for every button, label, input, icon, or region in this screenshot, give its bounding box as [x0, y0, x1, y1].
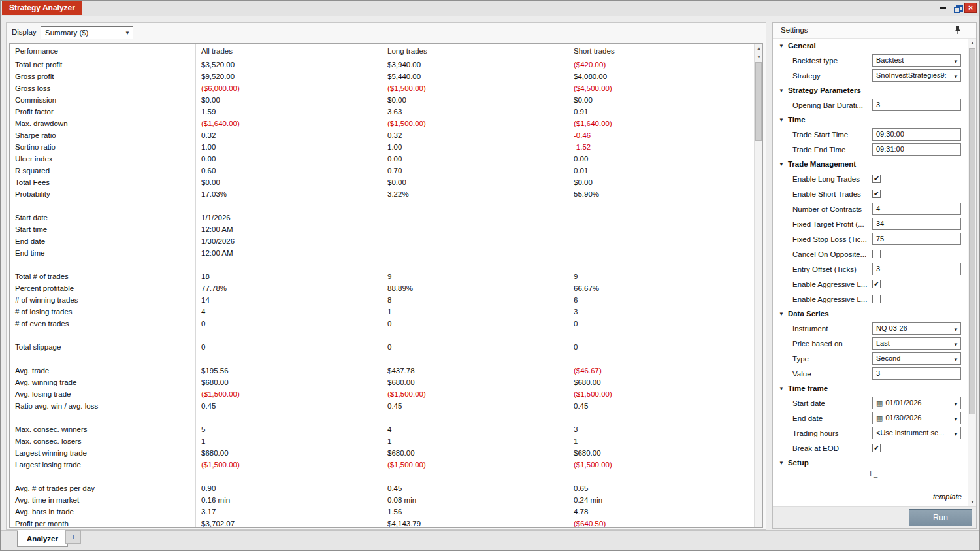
table-row[interactable]: Gross loss($6,000.00)($1,500.00)($4,500.… [10, 83, 754, 95]
table-row[interactable]: Avg. trade$195.56$437.78($46.67) [10, 365, 754, 377]
setting-dropdown[interactable]: Backtest▼ [872, 54, 961, 67]
settings-scrollbar-thumb[interactable] [969, 48, 975, 414]
table-row[interactable]: Percent profitable77.78%88.89%66.67% [10, 283, 754, 295]
table-row[interactable]: Ulcer index0.000.000.00 [10, 154, 754, 165]
table-row[interactable]: Start date1/1/2026 [10, 212, 754, 224]
settings-section-strategy-parameters[interactable]: ▼Strategy Parameters [773, 83, 967, 97]
table-row[interactable]: End date1/30/2026 [10, 236, 754, 248]
column-header-long-trades[interactable]: Long trades [382, 44, 568, 59]
table-row[interactable]: Gross profit$9,520.00$5,440.00$4,080.00 [10, 71, 754, 83]
column-header-performance[interactable]: Performance [10, 44, 196, 59]
table-row[interactable]: # of winning trades1486 [10, 295, 754, 307]
setting-input[interactable]: 09:30:00 [872, 128, 961, 141]
display-dropdown[interactable]: Summary ($) ▼ [41, 26, 133, 39]
settings-section-setup[interactable]: ▼Setup [773, 456, 967, 470]
setting-dropdown[interactable]: Second▼ [872, 352, 961, 365]
table-row[interactable]: Avg. losing trade($1,500.00)($1,500.00)(… [10, 389, 754, 401]
table-row[interactable]: Largest losing trade($1,500.00)($1,500.0… [10, 459, 754, 471]
template-link[interactable]: template [933, 493, 962, 501]
setting-input[interactable]: 09:31:00 [872, 143, 961, 156]
collapse-triangle-icon[interactable]: ▼ [779, 117, 784, 123]
column-header-all-trades[interactable]: All trades [196, 44, 382, 59]
table-row[interactable]: Total # of trades1899 [10, 271, 754, 283]
scroll-down-icon[interactable]: ▼ [755, 52, 763, 61]
setting-input[interactable]: 75 [872, 233, 961, 245]
setting-input[interactable]: 4 [872, 203, 961, 215]
chevron-down-icon: ▼ [953, 56, 958, 67]
table-row[interactable]: Total net profit$3,520.00$3,940.00($420.… [10, 59, 754, 71]
table-row[interactable]: Avg. time in market0.16 min0.08 min0.24 … [10, 495, 754, 507]
settings-section-general[interactable]: ▼General [773, 39, 967, 53]
table-row[interactable]: # of even trades000 [10, 318, 754, 330]
scroll-up-icon[interactable]: ▲ [755, 44, 763, 52]
table-row[interactable]: Max. drawdown($1,640.00)($1,500.00)($1,6… [10, 118, 754, 130]
row-value: 0.00 [196, 154, 382, 165]
table-row[interactable]: Total Fees$0.00$0.00$0.00 [10, 177, 754, 189]
restore-button[interactable] [951, 3, 963, 13]
table-row[interactable]: Avg. bars in trade3.171.564.78 [10, 507, 754, 518]
setting-date-picker[interactable]: ▦01/30/2026▼ [872, 412, 961, 424]
collapse-triangle-icon[interactable]: ▼ [779, 161, 784, 167]
setting-dropdown[interactable]: NQ 03-26▼ [872, 322, 961, 335]
setting-date-picker[interactable]: ▦01/01/2026▼ [872, 397, 961, 409]
table-row[interactable]: Avg. # of trades per day0.900.450.65 [10, 483, 754, 495]
table-row[interactable]: Total slippage000 [10, 342, 754, 354]
settings-row: Start date▦01/01/2026▼ [773, 395, 967, 410]
run-button[interactable]: Run [909, 509, 972, 526]
table-row[interactable]: Profit factor1.593.630.91 [10, 107, 754, 118]
table-row[interactable]: Max. consec. winners543 [10, 424, 754, 436]
setting-checkbox[interactable] [872, 295, 881, 303]
setting-dropdown[interactable]: SnoInvestStrategies9:▼ [872, 69, 961, 82]
table-row[interactable]: Profit per month$3,702.07$4,143.79($640.… [10, 518, 754, 528]
setting-input[interactable]: 3 [872, 99, 961, 111]
settings-section-time[interactable]: ▼Time [773, 112, 967, 127]
setting-checkbox[interactable]: ✔ [872, 444, 881, 452]
pin-icon[interactable] [954, 25, 962, 37]
setting-value: 34 [876, 220, 884, 227]
settings-scroll-down-icon[interactable]: ▼ [968, 497, 977, 506]
minimize-button[interactable] [937, 3, 949, 13]
table-scrollbar-thumb[interactable] [755, 62, 762, 141]
collapse-triangle-icon[interactable]: ▼ [779, 460, 784, 466]
collapse-triangle-icon[interactable]: ▼ [779, 43, 784, 49]
table-row[interactable]: Avg. winning trade$680.00$680.00$680.00 [10, 377, 754, 389]
table-row[interactable]: Commission$0.00$0.00$0.00 [10, 95, 754, 107]
settings-section-time-frame[interactable]: ▼Time frame [773, 381, 967, 395]
table-row[interactable]: R squared0.600.700.01 [10, 165, 754, 177]
table-row[interactable]: # of losing trades413 [10, 307, 754, 318]
table-scrollbar[interactable]: ▲ ▼ [754, 44, 762, 527]
setting-dropdown[interactable]: Last▼ [872, 337, 961, 350]
settings-row: Enable Short Trades✔ [773, 186, 967, 201]
setting-checkbox[interactable]: ✔ [872, 190, 881, 198]
settings-row: Cancel On Opposite... [773, 246, 967, 261]
tab-analyzer[interactable]: Analyzer [17, 530, 68, 547]
row-value: 0.60 [196, 165, 382, 177]
setting-checkbox[interactable]: ✔ [872, 280, 881, 288]
setting-input[interactable]: 3 [872, 263, 961, 275]
collapse-triangle-icon[interactable]: ▼ [779, 311, 784, 317]
collapse-triangle-icon[interactable]: ▼ [779, 88, 784, 93]
table-row[interactable]: Max. consec. losers111 [10, 436, 754, 448]
collapse-triangle-icon[interactable]: ▼ [779, 386, 784, 392]
settings-section-data-series[interactable]: ▼Data Series [773, 307, 967, 321]
setting-checkbox[interactable]: ✔ [872, 175, 881, 183]
close-button[interactable]: × [964, 3, 977, 13]
setting-dropdown[interactable]: <Use instrument se...▼ [872, 427, 961, 439]
table-row[interactable]: Sharpe ratio0.320.32-0.46 [10, 130, 754, 142]
settings-section-trade-management[interactable]: ▼Trade Management [773, 157, 967, 171]
table-row[interactable]: Largest winning trade$680.00$680.00$680.… [10, 448, 754, 459]
table-row[interactable]: Sortino ratio1.001.00-1.52 [10, 142, 754, 154]
table-row[interactable]: Start time12:00 AM [10, 224, 754, 236]
settings-scroll-up-icon[interactable]: ▲ [968, 39, 977, 47]
add-tab-button[interactable]: + [65, 530, 81, 544]
setting-checkbox[interactable] [872, 250, 881, 258]
settings-scrollbar[interactable]: ▲ ▼ [968, 39, 976, 506]
table-row[interactable]: Ratio avg. win / avg. loss0.450.450.45 [10, 401, 754, 412]
table-row[interactable]: End time12:00 AM [10, 248, 754, 259]
column-header-short-trades[interactable]: Short trades [568, 44, 754, 59]
setting-input[interactable]: 34 [872, 218, 961, 230]
row-label: Avg. winning trade [10, 377, 196, 389]
setting-input[interactable]: 3 [872, 367, 961, 380]
title-bar[interactable]: Strategy Analyzer × [1, 1, 979, 16]
table-row[interactable]: Probability17.03%3.22%55.90% [10, 189, 754, 201]
